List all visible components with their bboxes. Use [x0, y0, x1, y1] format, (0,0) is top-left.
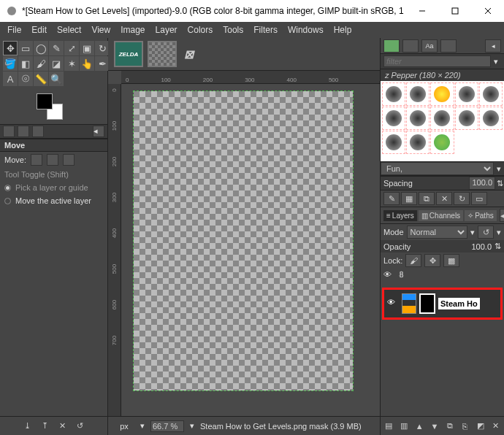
chevron-down-icon[interactable]: ▾	[494, 164, 504, 174]
move-mode-layer[interactable]	[31, 154, 42, 166]
tab-layers[interactable]: ≡ Layers	[383, 210, 417, 221]
window-minimize-button[interactable]	[405, 0, 438, 22]
tool-paintbrush[interactable]: 🖌	[34, 56, 48, 71]
layer-mask-thumbnail[interactable]	[419, 293, 435, 314]
tab-history[interactable]	[440, 39, 457, 53]
tool-smudge[interactable]: 👆	[80, 56, 94, 71]
tool-path[interactable]: ✒	[95, 56, 110, 71]
menu-edit[interactable]: Edit	[27, 23, 51, 36]
chevron-down-icon[interactable]: ▾	[140, 421, 145, 431]
panel-menu-button[interactable]: ◂	[485, 39, 501, 53]
tool-clone[interactable]: ✶	[64, 56, 79, 71]
dock-tab-device[interactable]	[18, 126, 29, 137]
spacing-value[interactable]: 100.0	[469, 177, 495, 190]
layer-list[interactable]: 👁 𝟠 👁 Steam Ho	[381, 269, 504, 416]
tool-crop[interactable]: ⤢	[64, 41, 79, 55]
restore-tool-preset-icon[interactable]: ⤒	[39, 420, 51, 432]
visibility-toggle[interactable]: 👁	[387, 298, 399, 309]
tool-warp[interactable]: ↻	[95, 41, 110, 55]
new-layer-icon[interactable]: ▤	[383, 420, 394, 432]
brush-preset-select[interactable]: Fun,	[381, 162, 494, 175]
tool-gradient[interactable]: ◧	[18, 56, 33, 71]
brush-filter-input[interactable]	[383, 55, 491, 67]
brush-item[interactable]	[382, 131, 405, 154]
menu-help[interactable]: Help	[329, 23, 356, 36]
menu-image[interactable]: Image	[116, 23, 149, 36]
merge-layer-icon[interactable]: ⎘	[459, 420, 470, 432]
radio-move-active[interactable]	[4, 198, 11, 204]
spacing-stepper[interactable]: ⇅	[495, 179, 504, 188]
tool-move[interactable]: ✥	[3, 41, 18, 55]
chevron-down-icon[interactable]: ▾	[497, 228, 501, 237]
tool-fuzzy-select[interactable]: ✎	[49, 41, 64, 55]
dock-tab-tool-options[interactable]	[3, 126, 15, 137]
lock-pixels-button[interactable]: 🖌	[405, 254, 421, 267]
ruler-horizontal[interactable]: 0 100 200 300 400 500	[121, 71, 380, 84]
lock-position-button[interactable]: ✥	[424, 254, 440, 267]
canvas[interactable]	[134, 91, 353, 390]
opacity-stepper[interactable]: ⇅	[495, 242, 501, 251]
brush-item[interactable]	[430, 107, 454, 130]
brush-item[interactable]	[382, 82, 405, 106]
mode-reset-button[interactable]: ↺	[478, 226, 494, 239]
tab-patterns[interactable]	[402, 39, 419, 53]
move-mode-path[interactable]	[63, 154, 75, 166]
color-swatches[interactable]	[37, 93, 63, 120]
close-image-button[interactable]: ⊠	[181, 41, 196, 67]
menu-layer[interactable]: Layer	[151, 23, 182, 36]
tab-fonts[interactable]: Aa	[421, 39, 438, 53]
layer-row[interactable]: 👁 Steam Ho	[382, 288, 503, 320]
brush-item[interactable]	[406, 107, 429, 130]
brush-item[interactable]	[455, 107, 478, 130]
menu-file[interactable]: File	[3, 23, 26, 36]
save-tool-preset-icon[interactable]: ⤓	[22, 420, 34, 432]
tab-paths[interactable]: ✧ Paths	[465, 210, 497, 221]
delete-layer-icon[interactable]: ✕	[490, 420, 501, 432]
filter-dropdown-icon[interactable]: ▾	[491, 57, 501, 66]
brush-item-selected[interactable]	[430, 131, 454, 154]
chevron-down-icon[interactable]: ▾	[470, 228, 475, 237]
radio-pick-layer[interactable]	[4, 185, 11, 191]
brush-refresh-button[interactable]: ↻	[454, 192, 470, 205]
brush-dup-button[interactable]: ⧉	[419, 192, 435, 205]
tool-text[interactable]: A	[3, 72, 18, 86]
layer-name[interactable]: Steam Ho	[438, 298, 480, 309]
brush-item[interactable]	[455, 82, 478, 106]
menu-colors[interactable]: Colors	[183, 23, 218, 36]
opacity-value[interactable]: 100.0	[471, 242, 492, 251]
menu-view[interactable]: View	[87, 23, 115, 36]
unit-select[interactable]: px	[114, 422, 134, 431]
window-close-button[interactable]	[471, 0, 504, 22]
fg-color-swatch[interactable]	[37, 93, 53, 109]
chevron-down-icon[interactable]: ▾	[190, 421, 194, 431]
reset-tool-preset-icon[interactable]: ↺	[75, 420, 86, 432]
brush-open-button[interactable]: ▭	[471, 192, 487, 205]
duplicate-layer-icon[interactable]: ⧉	[445, 420, 456, 432]
tool-zoom[interactable]: 🔍	[49, 72, 64, 86]
tool-measure[interactable]: 📏	[34, 72, 48, 86]
tool-bucket[interactable]: 🪣	[3, 56, 18, 71]
brush-del-button[interactable]: ✕	[436, 192, 452, 205]
menu-select[interactable]: Select	[53, 23, 85, 36]
tab-brushes[interactable]	[383, 39, 400, 53]
image-thumb[interactable]: ZELDA	[114, 41, 143, 67]
tool-color-picker[interactable]: ⦾	[18, 72, 33, 86]
tool-rect-select[interactable]: ▭	[18, 41, 33, 55]
tab-channels[interactable]: ▥ Channels	[419, 210, 463, 221]
mask-layer-icon[interactable]: ◩	[475, 420, 486, 432]
lower-layer-icon[interactable]: ▼	[429, 420, 440, 432]
dock-menu-button[interactable]: ◂	[93, 126, 104, 137]
brush-item[interactable]	[479, 107, 503, 130]
brush-item[interactable]	[406, 82, 429, 106]
ruler-vertical[interactable]: 0 100 200 300 400 500 600 700	[108, 84, 121, 416]
menu-tools[interactable]: Tools	[218, 23, 248, 36]
delete-tool-preset-icon[interactable]: ✕	[57, 420, 69, 432]
zoom-field[interactable]	[150, 420, 184, 432]
tool-free-select[interactable]: ◯	[34, 41, 48, 55]
tool-transform[interactable]: ▣	[80, 41, 94, 55]
tool-eraser[interactable]: ◪	[49, 56, 64, 71]
raise-layer-icon[interactable]: ▲	[414, 420, 425, 432]
menu-windows[interactable]: Windows	[283, 23, 328, 36]
layer-group-icon[interactable]: ▥	[399, 420, 410, 432]
move-mode-selection[interactable]	[47, 154, 58, 166]
